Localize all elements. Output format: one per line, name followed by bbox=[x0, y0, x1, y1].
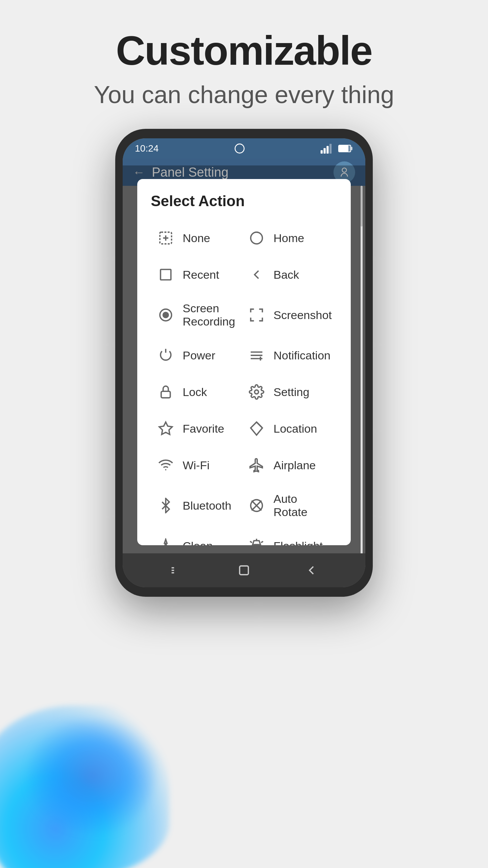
screenshot-label: Screenshot bbox=[273, 309, 332, 322]
auto-rotate-label: Auto Rotate bbox=[273, 492, 307, 519]
flashlight-icon bbox=[247, 536, 266, 545]
svg-marker-23 bbox=[159, 422, 172, 434]
page-background: Customizable You can change every thing … bbox=[0, 0, 488, 868]
wifi-label: Wi-Fi bbox=[183, 459, 209, 472]
status-circle-icon bbox=[234, 143, 245, 154]
status-time: 10:24 bbox=[135, 143, 159, 154]
notification-icon bbox=[247, 346, 266, 365]
action-back[interactable]: Back bbox=[242, 256, 337, 293]
screen-recording-icon bbox=[156, 305, 175, 324]
wifi-icon bbox=[156, 456, 175, 475]
home-label: Home bbox=[273, 232, 304, 245]
svg-rect-2 bbox=[324, 148, 326, 154]
favorite-icon bbox=[156, 419, 175, 438]
clean-icon bbox=[156, 536, 175, 545]
home-icon bbox=[247, 229, 266, 248]
location-label: Location bbox=[273, 422, 317, 435]
svg-point-0 bbox=[235, 144, 244, 153]
flashlight-label: Flashlight bbox=[273, 539, 323, 546]
action-recent[interactable]: Recent bbox=[151, 256, 242, 293]
action-home[interactable]: Home bbox=[242, 220, 337, 256]
setting-label: Setting bbox=[273, 386, 309, 399]
svg-point-26 bbox=[165, 469, 166, 471]
action-lock[interactable]: Lock bbox=[151, 374, 242, 410]
smoke-blob-2 bbox=[27, 719, 156, 834]
lock-icon bbox=[156, 382, 175, 401]
dialog-overlay: Select Action None bbox=[123, 165, 365, 587]
bluetooth-icon bbox=[156, 496, 175, 515]
svg-point-15 bbox=[162, 312, 169, 318]
recent-icon bbox=[156, 265, 175, 284]
battery-icon bbox=[338, 144, 353, 153]
none-icon bbox=[156, 229, 175, 248]
action-location[interactable]: Location bbox=[242, 410, 337, 447]
select-action-dialog: Select Action None bbox=[137, 179, 351, 545]
action-auto-rotate[interactable]: Auto Rotate bbox=[242, 484, 337, 528]
action-power[interactable]: Power bbox=[151, 337, 242, 374]
svg-rect-31 bbox=[255, 545, 259, 545]
favorite-label: Favorite bbox=[183, 422, 224, 435]
screen-recording-label: Screen Recording bbox=[183, 302, 235, 328]
action-favorite[interactable]: Favorite bbox=[151, 410, 242, 447]
action-screen-recording[interactable]: Screen Recording bbox=[151, 293, 242, 337]
svg-line-32 bbox=[250, 541, 252, 543]
phone-screen: 10:24 bbox=[123, 138, 365, 587]
svg-rect-3 bbox=[326, 146, 328, 154]
notification-label: Notification bbox=[273, 349, 330, 362]
svg-rect-6 bbox=[339, 145, 348, 152]
back-label: Back bbox=[273, 268, 299, 281]
svg-rect-21 bbox=[161, 391, 170, 398]
power-label: Power bbox=[183, 349, 215, 362]
action-grid: None Home bbox=[151, 220, 337, 545]
svg-marker-24 bbox=[251, 422, 263, 435]
nav-back-button[interactable] bbox=[304, 563, 319, 578]
setting-icon bbox=[247, 382, 266, 401]
action-airplane[interactable]: Airplane bbox=[242, 447, 337, 484]
auto-rotate-icon bbox=[247, 496, 266, 515]
svg-rect-1 bbox=[321, 150, 323, 154]
nav-home-button[interactable] bbox=[237, 563, 251, 578]
lock-label: Lock bbox=[183, 386, 207, 399]
signal-icon bbox=[321, 143, 334, 154]
recent-label: Recent bbox=[183, 268, 219, 281]
status-bar: 10:24 bbox=[123, 138, 365, 159]
airplane-icon bbox=[247, 456, 266, 475]
svg-point-12 bbox=[251, 232, 263, 244]
nav-menu-button[interactable] bbox=[169, 563, 184, 578]
location-icon bbox=[247, 419, 266, 438]
action-notification[interactable]: Notification bbox=[242, 337, 337, 374]
svg-rect-7 bbox=[351, 147, 352, 150]
svg-point-22 bbox=[255, 390, 259, 394]
bottom-nav bbox=[123, 553, 365, 587]
power-icon bbox=[156, 346, 175, 365]
dialog-title: Select Action bbox=[151, 193, 337, 210]
bluetooth-label: Bluetooth bbox=[183, 499, 231, 512]
airplane-label: Airplane bbox=[273, 459, 316, 472]
none-label: None bbox=[183, 232, 210, 245]
svg-line-33 bbox=[261, 541, 263, 543]
svg-line-25 bbox=[257, 422, 262, 427]
svg-rect-4 bbox=[329, 144, 331, 154]
back-icon bbox=[247, 265, 266, 284]
phone-frame: 10:24 bbox=[115, 129, 373, 597]
action-none[interactable]: None bbox=[151, 220, 242, 256]
hero-title: Customizable bbox=[0, 0, 488, 74]
action-wifi[interactable]: Wi-Fi bbox=[151, 447, 242, 484]
hero-subtitle: You can change every thing bbox=[0, 81, 488, 108]
screenshot-icon bbox=[247, 305, 266, 324]
svg-rect-13 bbox=[161, 270, 171, 280]
action-clean[interactable]: Clean bbox=[151, 528, 242, 545]
action-screenshot[interactable]: Screenshot bbox=[242, 293, 337, 337]
smoke-decoration bbox=[0, 678, 197, 868]
clean-label: Clean bbox=[183, 539, 213, 546]
phone-wrapper: 10:24 bbox=[115, 129, 373, 597]
action-setting[interactable]: Setting bbox=[242, 374, 337, 410]
svg-rect-39 bbox=[240, 566, 248, 575]
action-flashlight[interactable]: Flashlight bbox=[242, 528, 337, 545]
action-bluetooth[interactable]: Bluetooth bbox=[151, 484, 242, 528]
